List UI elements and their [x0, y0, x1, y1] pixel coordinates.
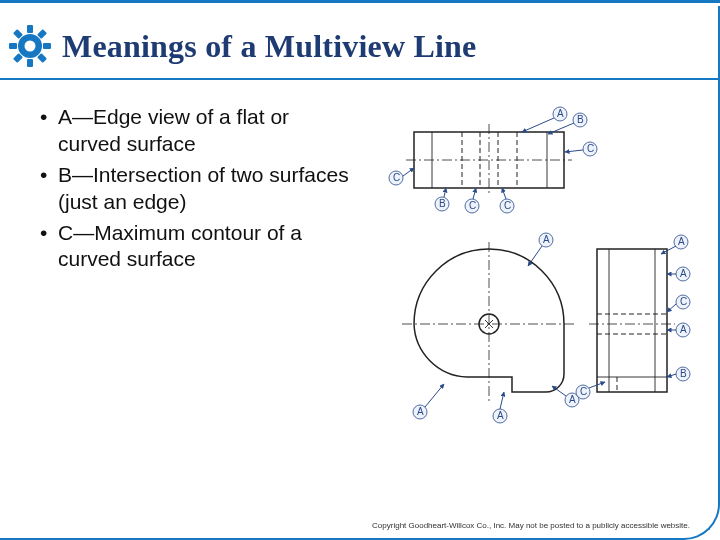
svg-text:B: B	[680, 368, 687, 379]
bullet-a: A—Edge view of a flat or curved surface	[40, 104, 353, 158]
svg-text:C: C	[680, 296, 687, 307]
svg-text:C: C	[504, 200, 511, 211]
bullet-list: A—Edge view of a flat or curved surface …	[40, 104, 353, 444]
svg-rect-8	[37, 53, 47, 63]
svg-text:A: A	[543, 234, 550, 245]
svg-text:A: A	[680, 268, 687, 279]
bullet-c: C—Maximum contour of a curved surface	[40, 220, 353, 274]
side-view: A A C A B C	[576, 235, 690, 399]
svg-rect-3	[9, 43, 17, 49]
svg-text:A: A	[678, 236, 685, 247]
svg-text:C: C	[580, 386, 587, 397]
front-view: A A A A	[402, 233, 579, 423]
svg-text:C: C	[469, 200, 476, 211]
svg-rect-1	[27, 25, 33, 33]
svg-rect-7	[13, 29, 23, 39]
svg-point-9	[25, 41, 36, 52]
svg-text:A: A	[569, 394, 576, 405]
svg-text:A: A	[417, 406, 424, 417]
copyright-text: Copyright Goodheart-Willcox Co., Inc. Ma…	[372, 521, 690, 530]
svg-rect-4	[43, 43, 51, 49]
bullet-b: B—Intersection of two surfaces (just an …	[40, 162, 353, 216]
svg-text:B: B	[577, 114, 584, 125]
svg-text:A: A	[557, 108, 564, 119]
svg-text:A: A	[497, 410, 504, 421]
svg-rect-2	[27, 59, 33, 67]
svg-rect-46	[597, 249, 667, 392]
svg-rect-6	[13, 53, 23, 63]
top-view: A B C C B C C	[389, 107, 597, 213]
svg-text:C: C	[393, 172, 400, 183]
svg-text:C: C	[587, 143, 594, 154]
gear-icon	[8, 24, 52, 68]
title-row: Meanings of a Multiview Line	[0, 6, 718, 80]
svg-text:A: A	[680, 324, 687, 335]
page-title: Meanings of a Multiview Line	[62, 28, 476, 65]
svg-text:B: B	[439, 198, 446, 209]
multiview-figure: A B C C B C C	[363, 104, 702, 444]
svg-rect-5	[37, 29, 47, 39]
